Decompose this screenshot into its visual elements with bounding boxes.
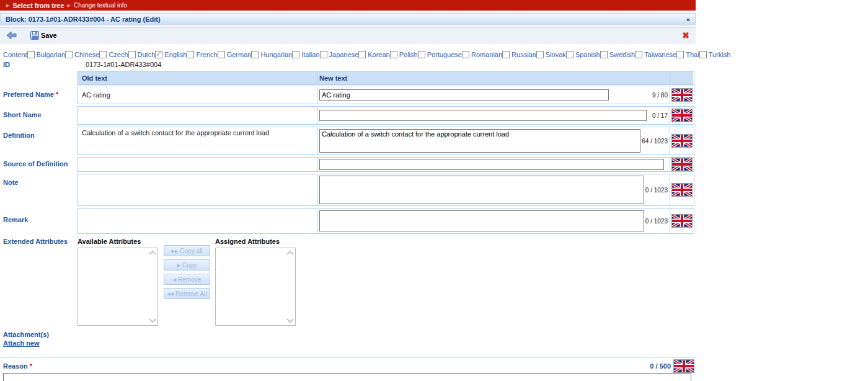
czech-checkbox[interactable] — [99, 51, 107, 58]
french-checkbox[interactable] — [187, 51, 194, 58]
extended-attributes-label: Extended Attributes — [3, 238, 68, 245]
close-icon[interactable]: ✖ — [682, 30, 689, 40]
breadcrumb-arrow-icon: ▶ — [6, 3, 9, 7]
language-option-portuguese[interactable]: Portuguese — [418, 51, 462, 58]
back-button[interactable] — [6, 31, 17, 40]
remark-textarea[interactable] — [319, 210, 644, 231]
language-option-german[interactable]: German — [218, 51, 252, 58]
source-of-definition-input[interactable] — [319, 159, 664, 170]
spanish-checkbox[interactable] — [566, 51, 574, 58]
scroll-up-icon[interactable] — [286, 251, 294, 255]
preferred-name-old-text: AC rating — [78, 86, 317, 104]
language-option-spanish[interactable]: Spanish — [566, 51, 600, 58]
language-option-label: English — [164, 51, 187, 58]
short-name-input[interactable] — [319, 110, 647, 121]
attach-new-link[interactable]: Attach new — [3, 339, 40, 347]
flag-column-header — [670, 72, 693, 84]
remove-all-button[interactable]: ◀◀ Remove All — [164, 288, 210, 299]
definition-textarea[interactable]: Calculation of a switch contact for the … — [319, 129, 640, 153]
toolbar: Save ✖ — [0, 27, 696, 43]
remove-button[interactable]: ◀ Remove — [164, 274, 210, 285]
copy-all-button[interactable]: ▶▶ Copy all — [164, 245, 210, 256]
copy-button[interactable]: ▶ Copy — [164, 259, 210, 271]
language-option-label: Russian — [512, 51, 536, 58]
preferred-name-input[interactable] — [319, 89, 609, 101]
language-option-label: Slovak — [546, 51, 566, 58]
turkish-checkbox[interactable] — [699, 51, 707, 58]
portuguese-checkbox[interactable] — [418, 51, 425, 58]
thai-checkbox[interactable] — [676, 51, 684, 58]
short-name-row: Short Name 0 / 17 — [0, 106, 696, 125]
hungarian-checkbox[interactable] — [251, 51, 259, 58]
language-option-taiwanese[interactable]: Taiwanese — [635, 51, 676, 58]
language-option-chinese[interactable]: Chinese — [65, 51, 99, 58]
language-option-turkish[interactable]: Turkish — [699, 51, 731, 58]
korean-checkbox[interactable] — [358, 51, 366, 58]
breadcrumb-item-select-from-tree[interactable]: Select from tree — [12, 2, 64, 9]
attachments-label: Attachment(s) — [3, 331, 696, 338]
language-option-bulgarian[interactable]: Bulgarian — [27, 51, 65, 58]
italian-checkbox[interactable] — [292, 51, 299, 58]
language-option-polish[interactable]: Polish — [390, 51, 418, 58]
available-attributes-listbox[interactable] — [78, 248, 158, 326]
required-asterisk: * — [56, 91, 58, 98]
scroll-down-icon[interactable] — [286, 318, 294, 323]
chinese-checkbox[interactable] — [65, 51, 73, 58]
language-option-hungarian[interactable]: Hungarian — [251, 51, 292, 58]
note-old-text — [78, 174, 317, 205]
language-option-swedish[interactable]: Swedish — [600, 51, 636, 58]
english-checkbox[interactable] — [155, 51, 162, 58]
language-option-russian[interactable]: Russian — [502, 51, 536, 58]
bulgarian-checkbox[interactable] — [27, 51, 35, 58]
slovak-checkbox[interactable] — [536, 51, 544, 58]
available-attributes-heading: Available Attributes — [78, 236, 158, 248]
language-option-korean[interactable]: Korean — [358, 51, 389, 58]
japanese-checkbox[interactable] — [320, 51, 327, 58]
russian-checkbox[interactable] — [502, 51, 510, 58]
language-option-label: French — [196, 51, 217, 58]
language-option-label: Polish — [399, 51, 418, 58]
language-option-czech[interactable]: Czech — [99, 51, 128, 58]
german-checkbox[interactable] — [218, 51, 225, 58]
language-option-italian[interactable]: Italian — [292, 51, 319, 58]
language-option-label: Korean — [368, 51, 389, 58]
note-textarea[interactable] — [319, 176, 644, 204]
collapse-panel-icon[interactable]: « — [686, 16, 690, 23]
language-option-japanese[interactable]: Japanese — [320, 51, 359, 58]
language-option-romanian[interactable]: Romanian — [462, 51, 502, 58]
scroll-down-icon[interactable] — [149, 318, 156, 323]
language-option-label: Romanian — [471, 51, 502, 58]
reason-textarea[interactable] — [3, 373, 691, 381]
block-header: Block: 0173-1#01-ADR433#004 - AC rating … — [0, 13, 696, 25]
preferred-name-counter: 9 / 80 — [651, 92, 668, 99]
assigned-attributes-listbox[interactable] — [215, 248, 296, 326]
listbox-scrollbar[interactable] — [285, 249, 294, 325]
language-option-dutch[interactable]: Dutch — [128, 51, 156, 58]
language-option-english[interactable]: English — [155, 51, 187, 58]
polish-checkbox[interactable] — [390, 51, 397, 58]
language-checkbox-row: Content BulgarianChineseCzechDutchEnglis… — [0, 51, 696, 58]
language-option-slovak[interactable]: Slovak — [536, 51, 566, 58]
floppy-disk-icon — [30, 31, 39, 40]
listbox-scrollbar[interactable] — [148, 249, 157, 325]
remark-row: Remark 0 / 1023 — [0, 208, 696, 234]
scroll-up-icon[interactable] — [149, 251, 156, 255]
romanian-checkbox[interactable] — [462, 51, 469, 58]
language-option-thai[interactable]: Thai — [676, 51, 699, 58]
remark-old-text — [78, 208, 317, 233]
reason-row: Reason * 0 / 500 — [0, 357, 696, 372]
language-option-label: Taiwanese — [644, 51, 676, 58]
breadcrumb: ▶ Select from tree ▶ Change textual info — [0, 0, 696, 11]
language-option-french[interactable]: French — [187, 51, 217, 58]
language-option-label: Chinese — [74, 51, 99, 58]
remove-label: Remove — [178, 276, 201, 283]
taiwanese-checkbox[interactable] — [635, 51, 642, 58]
attachments-section: Attachment(s) Attach new — [0, 331, 696, 347]
breadcrumb-item-change-textual-info[interactable]: Change textual info — [74, 2, 127, 9]
language-option-label: German — [227, 51, 252, 58]
dutch-checkbox[interactable] — [128, 51, 136, 58]
note-label: Note — [3, 179, 18, 186]
uk-flag-icon — [671, 183, 693, 197]
save-button[interactable]: Save — [30, 31, 57, 40]
swedish-checkbox[interactable] — [600, 51, 608, 58]
